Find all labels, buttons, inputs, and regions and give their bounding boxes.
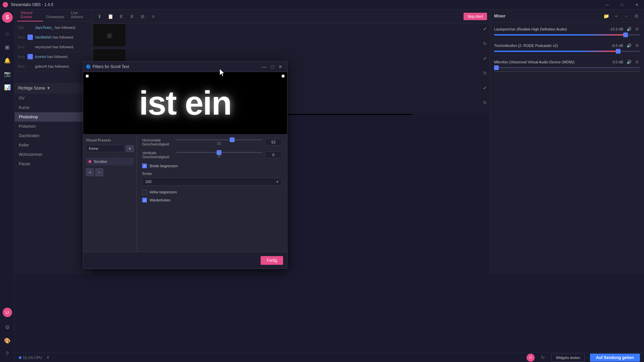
scene-item-kurse[interactable]: Kurse bbox=[15, 103, 92, 112]
event-text: JaysTeam_ has followed. bbox=[35, 25, 76, 29]
alert-pause2-icon[interactable]: ⏸ bbox=[127, 12, 136, 21]
channel-2-settings-icon[interactable]: ⚙ bbox=[634, 43, 640, 49]
event-list: 18d JaysTeam_ has followed. 2mo Vanillef… bbox=[15, 21, 92, 73]
refresh-1[interactable]: ↻ bbox=[483, 41, 487, 46]
scene-item-pokemon[interactable]: Pokemon bbox=[15, 122, 92, 131]
source-preview-1: ▣ bbox=[93, 23, 126, 47]
scene-item-label: Pokemon bbox=[19, 124, 36, 129]
sidebar-icon-themes[interactable]: 🎨 bbox=[2, 335, 13, 346]
mixer-channel-1: Lautsprecher (Realtek High Definition Au… bbox=[490, 23, 644, 39]
sidebar-icon-profile[interactable]: U bbox=[2, 307, 13, 318]
width-select[interactable]: 100 bbox=[142, 178, 282, 186]
sidebar-icon-media[interactable]: 📷 bbox=[2, 68, 13, 79]
scene-item-dachboden[interactable]: Dachboden bbox=[15, 131, 92, 140]
mixer-icons: 📁 + − ⚙ bbox=[602, 12, 640, 20]
channel-3-settings-icon[interactable]: ⚙ bbox=[634, 59, 640, 65]
vertical-speed-row: VertikaleGeschwindigkeit 0 0 bbox=[142, 151, 282, 159]
sidebar-icon-scenes[interactable]: ▣ bbox=[2, 42, 13, 52]
alert-grid-icon[interactable]: ⊞ bbox=[138, 12, 147, 21]
sidebar-icon-home[interactable]: ⌂ bbox=[2, 28, 13, 39]
width-select-wrap: 100 ▼ bbox=[142, 178, 282, 186]
filter-add-button[interactable]: + bbox=[86, 168, 94, 176]
event-item: 18d JaysTeam_ has followed. bbox=[15, 23, 92, 33]
skip-alert-button[interactable]: Skip Alert bbox=[464, 13, 487, 20]
channel-1-volume-thumb[interactable] bbox=[623, 33, 628, 37]
refresh-3[interactable]: ↻ bbox=[483, 100, 487, 105]
widgets-test-button[interactable]: Widgets testen bbox=[551, 354, 585, 362]
event-icon bbox=[28, 54, 33, 59]
filter-item-scrollen[interactable]: Scrollen bbox=[86, 158, 134, 166]
alert-pause-icon[interactable]: ⏸ bbox=[117, 12, 125, 21]
mixer-settings-icon[interactable]: ⚙ bbox=[633, 12, 640, 20]
alert-list-icon[interactable]: ≡ bbox=[149, 12, 158, 21]
sidebar-icon-help[interactable]: ? bbox=[2, 349, 13, 359]
channel-3-bottom-line bbox=[494, 71, 640, 72]
filters-dialog: 🔵 Filters for Scroll Text — □ ✕ ist ein … bbox=[83, 61, 287, 269]
vertical-speed-thumb[interactable] bbox=[217, 150, 221, 155]
hohe-checkbox-row: Höhe begrenzen bbox=[142, 190, 282, 194]
event-time: 18d bbox=[17, 25, 28, 29]
breite-checkbox[interactable]: ✓ bbox=[142, 164, 147, 168]
status-bar: 15.1% CPU ℹ U ↻ Widgets testen Auf Sendu… bbox=[15, 353, 644, 362]
channel-2-volume-bar bbox=[494, 51, 640, 52]
minimize-button[interactable]: — bbox=[600, 0, 614, 9]
channel-1-settings-icon[interactable]: ⚙ bbox=[634, 26, 640, 32]
mixer-add-icon[interactable]: + bbox=[612, 12, 620, 20]
event-name: Vanillefish bbox=[35, 35, 51, 39]
scene-item-wohnzimmer[interactable]: Wohnzimmer bbox=[15, 150, 92, 159]
scene-item-keller[interactable]: Keller bbox=[15, 140, 92, 150]
width-row: Breite 100 ▼ bbox=[142, 172, 282, 186]
channel-1-speaker-icon[interactable]: 🔊 bbox=[626, 26, 632, 32]
event-item: 2mo neyneysel has followed. bbox=[15, 42, 92, 52]
channel-3-volume-thumb[interactable] bbox=[494, 65, 499, 70]
width-label: Breite bbox=[142, 172, 282, 176]
scene-item-photoshop[interactable]: Photoshop bbox=[15, 112, 92, 122]
hohe-checkbox[interactable] bbox=[142, 190, 147, 194]
sidebar-icon-alert[interactable]: 🔔 bbox=[2, 55, 13, 66]
scene-item-pause[interactable]: Pause bbox=[15, 159, 92, 169]
checkbox-check-icon: ✓ bbox=[143, 164, 146, 168]
alert-down-icon[interactable]: ⬇ bbox=[95, 12, 104, 21]
filter-remove-button[interactable]: − bbox=[95, 168, 103, 176]
channel-3-speaker-icon[interactable]: 🔊 bbox=[626, 59, 632, 65]
status-info[interactable]: ℹ bbox=[47, 355, 49, 360]
info-icon: ℹ bbox=[47, 355, 49, 360]
sidebar-icon-stats[interactable]: 📊 bbox=[2, 82, 13, 93]
alert-copy-icon[interactable]: 📋 bbox=[106, 12, 115, 21]
tab-giveaways[interactable]: Giveaways bbox=[43, 13, 68, 21]
fertig-button[interactable]: Fertig bbox=[261, 256, 283, 265]
horizontal-speed-input[interactable]: 53 bbox=[265, 139, 282, 145]
scene-item-ov[interactable]: OV bbox=[15, 94, 92, 103]
mixer-folder-icon[interactable]: 📁 bbox=[602, 12, 610, 20]
tab-live-actions[interactable]: Live Actions bbox=[67, 9, 90, 21]
scene-header: Richtige Szene ▼ bbox=[15, 83, 92, 94]
close-button[interactable]: ✕ bbox=[629, 0, 644, 9]
go-live-button[interactable]: Auf Sendung gehen bbox=[590, 354, 640, 362]
channel-2-speaker-icon[interactable]: 🔊 bbox=[626, 43, 632, 49]
app-icon bbox=[3, 2, 8, 7]
preset-dropdown-arrow[interactable]: ▼ bbox=[126, 145, 134, 152]
filter-dot bbox=[89, 160, 91, 163]
scene-dropdown-arrow[interactable]: ▼ bbox=[47, 86, 51, 90]
dialog-close-button[interactable]: ✕ bbox=[276, 63, 284, 71]
sidebar-icon-settings[interactable]: ⚙ bbox=[2, 322, 13, 333]
app-title: Streamlabs OBS - 1.4.0 bbox=[11, 2, 53, 7]
channel-1-volume-bar bbox=[494, 34, 640, 36]
cpu-dot-icon bbox=[19, 356, 21, 359]
channel-2-name: Tischmikrofon (2- RODE Podcaster v2) bbox=[494, 44, 609, 48]
wiederholen-checkbox[interactable]: ✓ bbox=[142, 198, 147, 202]
tab-recent-events[interactable]: Recent Events bbox=[17, 9, 43, 21]
dialog-minimize-button[interactable]: — bbox=[260, 63, 268, 71]
channel-2-volume-thumb[interactable] bbox=[616, 49, 621, 54]
channel-2-volume-fill bbox=[494, 51, 618, 52]
dialog-titlebar: 🔵 Filters for Scroll Text — □ ✕ bbox=[83, 61, 287, 72]
dialog-maximize-button[interactable]: □ bbox=[268, 63, 276, 71]
mixer-minus-icon[interactable]: − bbox=[623, 12, 630, 20]
vertical-speed-input[interactable]: 0 bbox=[265, 152, 282, 158]
refresh-2[interactable]: ↻ bbox=[483, 70, 487, 76]
maximize-button[interactable]: □ bbox=[614, 0, 629, 9]
refresh-icon[interactable]: ↻ bbox=[540, 355, 546, 361]
preset-select[interactable]: Keine bbox=[86, 145, 124, 152]
sidebar: S ⌂ ▣ 🔔 📷 📊 U ⚙ 🎨 ? bbox=[0, 9, 15, 362]
horizontal-speed-thumb[interactable] bbox=[230, 137, 234, 142]
